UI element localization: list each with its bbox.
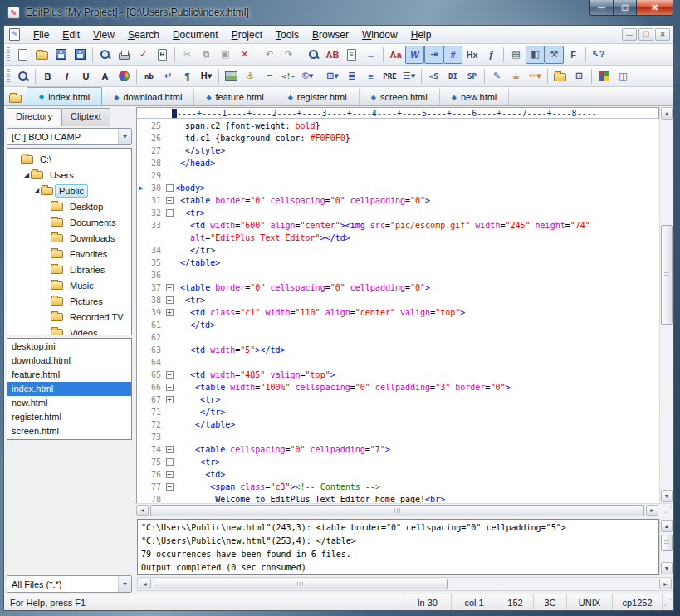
fold-collapse-icon[interactable]: − bbox=[166, 471, 174, 478]
code-line[interactable]: alt="EditPlus Text Editor"></td> bbox=[137, 232, 659, 244]
expand-arrow-icon[interactable]: ◢ bbox=[22, 171, 31, 178]
maximize-button[interactable]: ▢ bbox=[614, 0, 636, 16]
print-button[interactable] bbox=[115, 46, 134, 64]
change-case-button[interactable]: Aa bbox=[386, 46, 405, 64]
code-line[interactable]: 37− <table border="0" cellspacing="0" ce… bbox=[137, 281, 659, 294]
scroll-left-icon[interactable]: ◄ bbox=[139, 579, 151, 589]
menu-window[interactable]: Window bbox=[355, 27, 404, 43]
scroll-right-icon[interactable]: ► bbox=[659, 579, 672, 589]
tree-item-pictures[interactable]: Pictures bbox=[9, 293, 131, 309]
fold-margin[interactable]: − bbox=[164, 470, 175, 479]
tab-cliptext[interactable]: Cliptext bbox=[61, 108, 110, 126]
fold-collapse-icon[interactable]: − bbox=[166, 384, 174, 391]
context-help-button[interactable]: ↖? bbox=[589, 46, 608, 64]
doc-tab-register.html[interactable]: ◆register.html bbox=[276, 89, 360, 105]
tab-directory[interactable]: Directory bbox=[7, 108, 61, 126]
fold-margin[interactable]: + bbox=[164, 308, 175, 317]
file-item-screenhtml[interactable]: screen.html bbox=[7, 424, 131, 438]
fold-margin[interactable]: − bbox=[164, 370, 175, 379]
paragraph-button[interactable]: ¶ bbox=[178, 67, 197, 86]
menu-edit[interactable]: Edit bbox=[56, 27, 86, 43]
fold-collapse-icon[interactable]: − bbox=[166, 209, 174, 217]
code-line[interactable]: 71 </tr> bbox=[137, 406, 659, 418]
close-button[interactable]: ✕ bbox=[636, 0, 673, 16]
drive-select[interactable]: [C:] BOOTCAMP ▼ bbox=[7, 128, 132, 145]
fold-collapse-icon[interactable]: − bbox=[166, 184, 174, 192]
code-line[interactable]: 66− <table width="100%" cellspacing="0" … bbox=[137, 381, 659, 394]
menu-search[interactable]: Search bbox=[121, 27, 166, 43]
fold-margin[interactable]: − bbox=[164, 445, 175, 454]
save-all-button[interactable] bbox=[71, 46, 90, 64]
redo-button[interactable]: ↷ bbox=[279, 46, 298, 64]
scroll-down-icon[interactable]: ▼ bbox=[661, 490, 673, 502]
code-line[interactable]: 64 bbox=[137, 356, 659, 369]
scroll-track[interactable] bbox=[152, 578, 658, 590]
resize-grip[interactable]: ⋰ bbox=[662, 594, 673, 610]
spell-check-button[interactable]: ✓ bbox=[134, 46, 153, 64]
open-file-button[interactable] bbox=[32, 46, 51, 64]
indent-guide-button[interactable]: ⇥ bbox=[424, 46, 443, 64]
hex-viewer-button[interactable]: Hx bbox=[462, 46, 482, 64]
tree-item-music[interactable]: Music bbox=[9, 277, 131, 293]
list-button[interactable]: ☰▾ bbox=[399, 67, 418, 86]
menu-file[interactable]: File bbox=[27, 27, 56, 43]
fold-collapse-icon[interactable]: − bbox=[166, 446, 174, 453]
tree-item-public[interactable]: ◢Public bbox=[9, 183, 131, 198]
line-numbers-button[interactable]: # bbox=[443, 46, 462, 64]
horizontal-rule-button[interactable]: ━ bbox=[260, 67, 279, 86]
align-justify-button[interactable]: ≣ bbox=[342, 67, 361, 86]
scroll-thumb[interactable] bbox=[150, 505, 644, 516]
window-frame-button[interactable]: ⊡ bbox=[570, 67, 589, 86]
code-line[interactable]: 31− <table border="0" cellspacing="0" ce… bbox=[137, 194, 659, 207]
fold-collapse-icon[interactable]: − bbox=[166, 284, 174, 291]
scroll-up-icon[interactable]: ▲ bbox=[661, 520, 673, 532]
fold-expand-icon[interactable]: + bbox=[166, 309, 174, 316]
doc-tab-new.html[interactable]: ◆new.html bbox=[440, 89, 510, 105]
new-html-page-button[interactable]: H bbox=[153, 46, 172, 64]
scroll-thumb[interactable] bbox=[661, 535, 673, 551]
mdi-close-button[interactable]: ✕ bbox=[655, 28, 670, 41]
fold-margin[interactable]: − bbox=[164, 296, 175, 305]
scroll-thumb[interactable] bbox=[154, 579, 448, 589]
delete-button[interactable]: ✕ bbox=[235, 46, 254, 64]
toolbar-grip[interactable] bbox=[7, 69, 10, 84]
tree-item-recordedtv[interactable]: Recorded TV bbox=[9, 309, 131, 325]
word-wrap-button[interactable]: W bbox=[405, 46, 424, 64]
tree-item-c[interactable]: C:\ bbox=[9, 151, 131, 167]
code-line[interactable]: 25 span.c2 {font-weight: bold} bbox=[137, 120, 659, 132]
fold-expand-icon[interactable]: + bbox=[166, 396, 174, 403]
find-in-files-button[interactable]: ≡ bbox=[342, 46, 361, 64]
comment-button[interactable]: <!- bbox=[279, 67, 298, 86]
new-folder-button[interactable] bbox=[550, 67, 570, 86]
find-button[interactable] bbox=[304, 46, 323, 64]
menu-tools[interactable]: Tools bbox=[269, 27, 306, 43]
browser-preview-button[interactable] bbox=[13, 67, 32, 86]
code-line[interactable]: 65− <td width="485" valign="top"> bbox=[137, 369, 659, 381]
fold-collapse-icon[interactable]: − bbox=[166, 483, 174, 491]
code-line[interactable]: 33 <td width="600" align="center"><img s… bbox=[137, 219, 659, 232]
div-tag-button[interactable]: DI bbox=[443, 67, 462, 86]
code-editor[interactable]: 25 span.c2 {font-weight: bold}26 td.c1 {… bbox=[136, 119, 659, 503]
file-item-indexhtml[interactable]: index.html bbox=[7, 382, 131, 396]
cut-button[interactable]: ✂ bbox=[178, 46, 197, 64]
project-folder-icon[interactable] bbox=[9, 95, 22, 103]
fold-margin[interactable]: + bbox=[164, 395, 175, 404]
expand-arrow-icon[interactable]: ◢ bbox=[32, 187, 41, 194]
print-preview-button[interactable] bbox=[95, 46, 115, 64]
output-window-button[interactable]: ▤ bbox=[506, 46, 526, 64]
code-line[interactable]: 32− <tr> bbox=[137, 207, 659, 219]
split-window-button[interactable]: ◫ bbox=[614, 67, 633, 86]
code-line[interactable]: 39+ <td class="c1" width="110" align="ce… bbox=[137, 306, 659, 319]
code-line[interactable]: 67+ <tr> bbox=[137, 394, 659, 406]
scroll-track[interactable] bbox=[660, 120, 673, 489]
file-item-newhtml[interactable]: new.html bbox=[7, 396, 131, 410]
code-line[interactable]: 28 </head> bbox=[137, 157, 659, 169]
font-button[interactable]: A bbox=[95, 67, 115, 86]
file-item-featurehtml[interactable]: feature.html bbox=[7, 368, 131, 382]
scroll-right-icon[interactable]: ► bbox=[646, 505, 658, 516]
scroll-track[interactable] bbox=[149, 504, 645, 517]
tree-item-users[interactable]: ◢Users bbox=[9, 167, 131, 183]
code-line[interactable]: 72 </table> bbox=[137, 418, 659, 431]
doc-tab-download.html[interactable]: ◆download.html bbox=[102, 89, 194, 105]
bold-button[interactable]: B bbox=[38, 67, 57, 86]
